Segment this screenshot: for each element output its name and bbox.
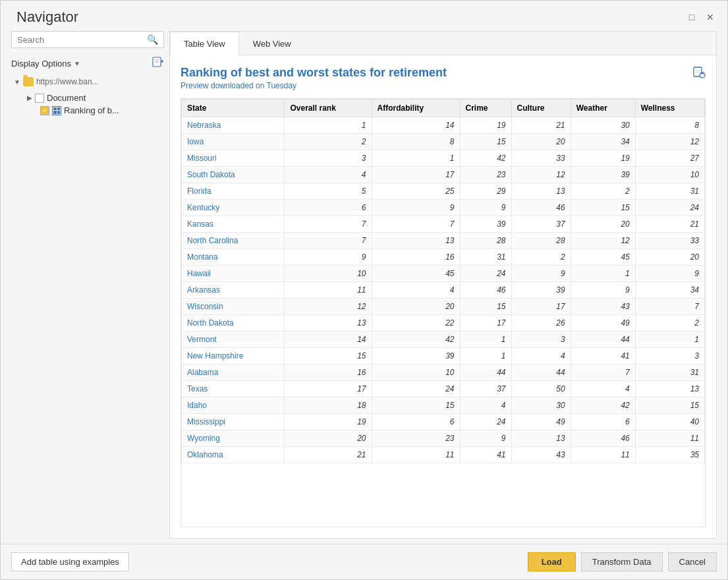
table-cell: 13	[285, 315, 372, 332]
table-header-cell: Overall rank	[285, 100, 372, 117]
search-icon: 🔍	[147, 34, 158, 45]
table-cell: 14	[372, 117, 460, 134]
table-row: Texas17243750413	[182, 381, 705, 397]
search-box[interactable]: 🔍	[11, 31, 164, 48]
add-table-button[interactable]: Add table using examples	[11, 552, 129, 571]
refresh-icon[interactable]	[692, 66, 706, 82]
table-cell: 24	[460, 266, 511, 282]
search-input[interactable]	[17, 35, 147, 45]
table-header-cell: Affordability	[372, 100, 460, 117]
table-row: Mississippi1962449640	[182, 414, 705, 430]
table-body: Nebraska1141921308Iowa2815203412Missouri…	[182, 117, 705, 463]
table-cell: 21	[285, 447, 372, 463]
tree-table-item[interactable]: ✓ Ranking of b...	[38, 104, 164, 117]
table-row: Alabama16104444731	[182, 364, 705, 381]
table-cell: 39	[571, 167, 635, 183]
table-cell: 1	[635, 332, 704, 348]
table-cell: 20	[511, 134, 571, 150]
table-cell: 23	[460, 167, 511, 183]
data-table-container[interactable]: StateOverall rankAffordabilityCrimeCultu…	[181, 98, 706, 527]
footer-actions: Load Transform Data Cancel	[528, 552, 717, 571]
table-cell: 11	[635, 430, 704, 447]
table-cell: 9	[460, 430, 511, 447]
table-cell: 1	[460, 348, 511, 364]
minimize-button[interactable]: □	[685, 11, 698, 24]
table-cell: 39	[372, 348, 460, 364]
table-row: Kentucky699461524	[182, 200, 705, 216]
cancel-button[interactable]: Cancel	[668, 552, 717, 571]
table-cell: 9	[511, 266, 571, 282]
table-cell: 30	[571, 117, 635, 134]
table-cell: 2	[285, 134, 372, 150]
table-cell: 44	[511, 364, 571, 381]
close-button[interactable]: ✕	[704, 11, 717, 24]
table-cell: 12	[285, 299, 372, 315]
window-controls: □ ✕	[685, 11, 717, 24]
tab-table-view[interactable]: Table View	[170, 32, 239, 55]
table-cell: 17	[372, 167, 460, 183]
table-cell: 49	[571, 315, 635, 332]
table-cell: 4	[511, 348, 571, 364]
table-cell: 14	[285, 332, 372, 348]
table-cell: 13	[372, 233, 460, 249]
table-cell: South Dakota	[182, 167, 285, 183]
transform-data-button[interactable]: Transform Data	[581, 552, 663, 571]
tree-doc-expand-icon: ▶	[27, 94, 32, 102]
tree-url-label: https://www.ban...	[36, 77, 99, 86]
table-cell: 34	[571, 134, 635, 150]
table-row: Oklahoma211141431135	[182, 447, 705, 463]
table-cell: Alabama	[182, 364, 285, 381]
tree-document-item[interactable]: ▶ Document	[24, 92, 164, 104]
table-cell: 3	[511, 332, 571, 348]
table-cell: 13	[511, 430, 571, 447]
table-cell: Texas	[182, 381, 285, 397]
sidebar: 🔍 Display Options ▼ ▼	[11, 31, 169, 538]
table-cell: 42	[571, 397, 635, 414]
table-cell: 42	[372, 332, 460, 348]
folder-icon	[23, 77, 34, 86]
table-cell: 37	[511, 216, 571, 233]
table-cell: 2	[511, 249, 571, 266]
table-cell: 8	[372, 134, 460, 150]
load-button[interactable]: Load	[528, 552, 576, 571]
table-cell: 15	[635, 397, 704, 414]
table-cell: 24	[460, 414, 511, 430]
table-cell: Vermont	[182, 332, 285, 348]
table-row: North Dakota13221726492	[182, 315, 705, 332]
table-cell: 11	[571, 447, 635, 463]
table-cell: 4	[372, 282, 460, 299]
table-cell: Montana	[182, 249, 285, 266]
display-options-row: Display Options ▼	[11, 55, 164, 72]
table-cell: 22	[372, 315, 460, 332]
table-cell: 4	[285, 167, 372, 183]
table-checkbox[interactable]: ✓	[40, 106, 49, 115]
table-cell: 46	[571, 430, 635, 447]
table-cell: 24	[635, 200, 704, 216]
table-cell: 7	[635, 299, 704, 315]
table-cell: 1	[571, 266, 635, 282]
table-cell: 20	[285, 430, 372, 447]
table-cell: 21	[511, 117, 571, 134]
table-cell: 44	[460, 364, 511, 381]
table-cell: 2	[635, 315, 704, 332]
table-cell: 15	[460, 299, 511, 315]
table-cell: 21	[635, 216, 704, 233]
table-cell: 17	[511, 299, 571, 315]
table-cell: 28	[511, 233, 571, 249]
table-row: Missouri3142331927	[182, 150, 705, 167]
table-cell: 3	[635, 348, 704, 364]
tree-url-item[interactable]: ▼ https://www.ban...	[11, 76, 164, 88]
tab-web-view[interactable]: Web View	[239, 32, 305, 55]
table-cell: Kansas	[182, 216, 285, 233]
table-cell: 46	[460, 282, 511, 299]
display-options-add-icon[interactable]	[152, 56, 164, 71]
table-cell: 1	[372, 150, 460, 167]
table-cell: 20	[372, 299, 460, 315]
table-cell: New Hampshire	[182, 348, 285, 364]
table-cell: North Carolina	[182, 233, 285, 249]
table-cell: Wyoming	[182, 430, 285, 447]
table-row: Kansas7739372021	[182, 216, 705, 233]
table-cell: 16	[372, 249, 460, 266]
table-cell: 33	[511, 150, 571, 167]
table-cell: 46	[511, 200, 571, 216]
